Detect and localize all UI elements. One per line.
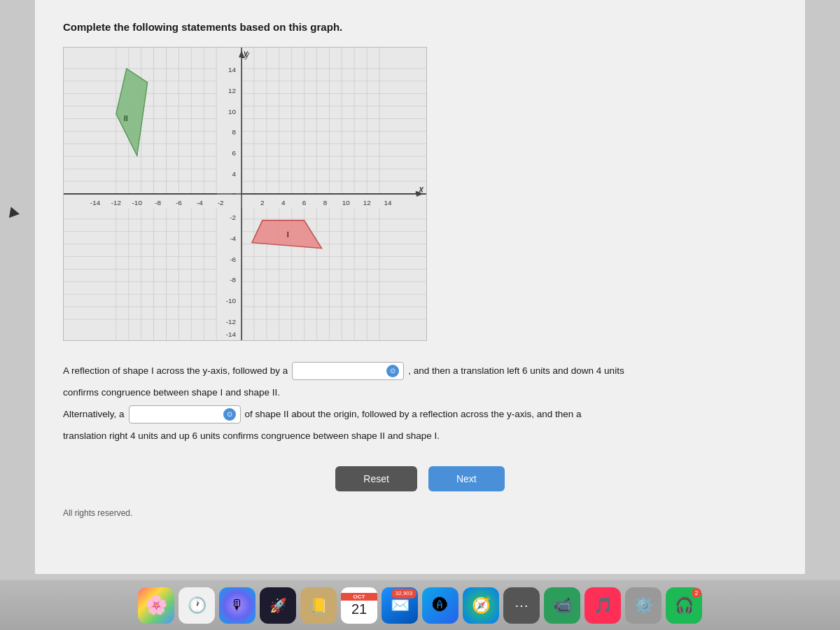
dock-appstore[interactable]: 🅐	[422, 587, 458, 624]
dock-calendar[interactable]: OCT 21	[341, 587, 377, 624]
safari-icon: 🧭	[472, 596, 491, 615]
statement-line-2: confirms congruence between shape I and …	[63, 384, 693, 401]
svg-text:I: I	[287, 230, 289, 239]
svg-text:-10: -10	[132, 199, 143, 206]
graph-container: y x -2 4 6 8 10 12 14 -14 -12 -10 -8 -6 …	[63, 47, 427, 341]
graph-svg: y x -2 4 6 8 10 12 14 -14 -12 -10 -8 -6 …	[64, 48, 426, 340]
svg-text:-8: -8	[155, 199, 161, 206]
dock-facetime[interactable]: 📹	[544, 587, 580, 624]
buttons-row: Reset Next	[63, 466, 777, 491]
statement-line1-prefix: A reflection of shape I across the y-axi…	[63, 363, 288, 379]
dropdown-1-arrow-icon: ⊙	[386, 365, 399, 377]
dock-music[interactable]: 🎵	[584, 587, 621, 624]
music-icon: 🎵	[594, 596, 612, 615]
svg-text:14: 14	[228, 66, 237, 74]
svg-text:-14: -14	[90, 199, 101, 206]
svg-text:-4: -4	[197, 199, 203, 206]
dock-calendar-month: OCT	[341, 593, 377, 601]
statements-section: A reflection of shape I across the y-axi…	[63, 362, 693, 445]
next-button[interactable]: Next	[428, 466, 505, 491]
dock-notes[interactable]: 📒	[300, 587, 337, 624]
sysprefs-icon: ⚙️	[634, 596, 653, 615]
svg-text:12: 12	[228, 87, 237, 94]
svg-text:12: 12	[363, 199, 372, 206]
svg-text:x: x	[419, 185, 424, 195]
mail-icon: ✉️	[391, 596, 410, 615]
statement-line-1: A reflection of shape I across the y-axi…	[63, 362, 693, 380]
svg-text:6: 6	[302, 199, 307, 206]
dock-spotify-badge: 2	[692, 588, 701, 598]
svg-text:8: 8	[323, 199, 328, 206]
svg-text:-6: -6	[230, 255, 236, 263]
svg-text:-12: -12	[111, 199, 122, 206]
statement-line3-middle: of shape II about the origin, followed b…	[245, 406, 582, 423]
svg-text:-8: -8	[230, 276, 236, 284]
dropdown-1[interactable]: ⊙	[292, 362, 404, 380]
svg-text:4: 4	[232, 170, 237, 178]
statement-line-3: Alternatively, a ⊙ of shape II about the…	[63, 405, 693, 424]
reset-button[interactable]: Reset	[335, 466, 417, 491]
dock-safari[interactable]: 🧭	[463, 587, 499, 624]
dock-launchpad[interactable]: 🚀	[260, 587, 296, 624]
svg-text:-4: -4	[230, 234, 236, 242]
svg-text:4: 4	[281, 199, 286, 206]
statement-line2-text: confirms congruence between shape I and …	[63, 384, 280, 401]
svg-text:-2: -2	[230, 214, 236, 221]
siri-icon: 🎙	[230, 597, 244, 613]
svg-text:-12: -12	[226, 318, 237, 326]
svg-text:II: II	[124, 114, 128, 122]
svg-text:-6: -6	[176, 199, 182, 206]
dropdown-2-arrow-icon: ⊙	[223, 408, 236, 421]
facetime-icon: 📹	[553, 596, 572, 615]
dock-calendar-day: 21	[351, 601, 367, 617]
dock-sysprefs[interactable]: ⚙️	[625, 587, 662, 624]
svg-text:y: y	[244, 50, 250, 59]
svg-text:14: 14	[384, 199, 392, 206]
statement-line1-suffix: , and then a translation left 6 units an…	[408, 363, 624, 379]
svg-text:6: 6	[232, 149, 237, 157]
dock-photos[interactable]: 🌸	[138, 587, 174, 624]
dock-spotify[interactable]: 🎧 2	[666, 587, 702, 624]
dock: 🌸 🕐 🎙 🚀 📒 OCT 21 ✉️ 32,903 🅐 🧭 ⋯	[0, 580, 840, 630]
dock-mail[interactable]: ✉️ 32,903	[382, 587, 418, 624]
page-title: Complete the following statements based …	[63, 21, 777, 33]
photos-icon: 🌸	[145, 594, 167, 616]
svg-text:8: 8	[232, 128, 237, 136]
svg-text:10: 10	[342, 199, 351, 206]
svg-text:-2: -2	[218, 199, 224, 206]
cursor-arrow	[6, 205, 20, 218]
dropdown-2[interactable]: ⊙	[129, 405, 241, 424]
more-icon: ⋯	[514, 597, 528, 614]
statement-line3-prefix: Alternatively, a	[63, 406, 125, 423]
notes-icon: 📒	[310, 597, 328, 614]
launchpad-icon: 🚀	[270, 597, 287, 614]
appstore-icon: 🅐	[433, 596, 448, 615]
main-content: Complete the following statements based …	[35, 0, 805, 574]
clock-icon: 🕐	[188, 596, 206, 615]
svg-text:2: 2	[260, 199, 265, 206]
dock-more[interactable]: ⋯	[503, 587, 540, 624]
svg-text:10: 10	[228, 108, 237, 115]
dock-siri[interactable]: 🎙	[219, 587, 255, 624]
svg-text:-10: -10	[226, 297, 237, 304]
statement-line4-text: translation right 4 units and up 6 units…	[63, 428, 440, 444]
spotify-icon: 🎧	[675, 596, 694, 615]
dock-clock[interactable]: 🕐	[178, 587, 215, 624]
dock-mail-badge: 32,903	[391, 589, 416, 598]
svg-text:-14: -14	[226, 330, 237, 338]
footer-text: All rights reserved.	[63, 508, 132, 518]
statement-line-4: translation right 4 units and up 6 units…	[63, 428, 693, 444]
